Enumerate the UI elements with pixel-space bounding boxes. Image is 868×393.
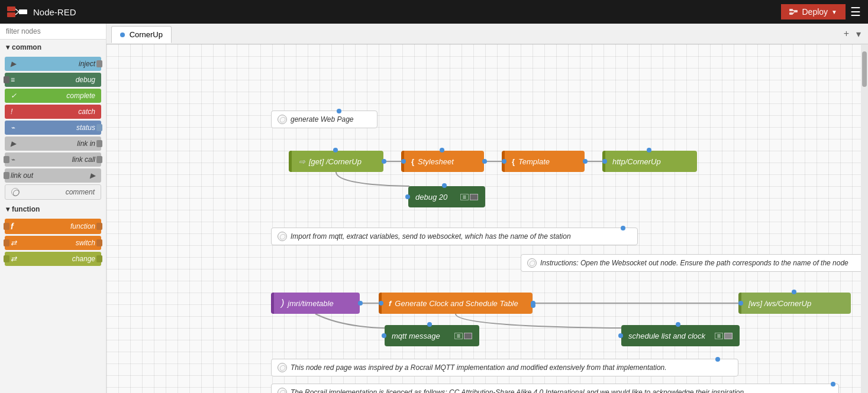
svg-line-9 [793, 12, 794, 14]
header-left: Node-RED [7, 5, 76, 18]
sidebar: ▾ common ▶ inject ≡ debug ✓ complete ! c… [0, 24, 107, 393]
svg-line-3 [15, 9, 19, 12]
canvas-scroll-thumb [862, 51, 867, 87]
comment-instructions[interactable]: ◯ Instructions: Open the Websocket out n… [521, 254, 868, 272]
tab-actions: + ▾ [841, 27, 863, 41]
sidebar-item-debug[interactable]: ≡ debug [5, 73, 101, 87]
node-jmri-timetable[interactable]: ) jmri/timetable [271, 293, 360, 314]
comment-text-4: This node red page was inspired by a Roc… [291, 363, 667, 372]
debug-icon: ≡ [11, 76, 15, 84]
tab-dot [120, 33, 125, 37]
tab-bar: CornerUp + ▾ [107, 24, 868, 44]
svg-rect-2 [19, 9, 27, 14]
svg-rect-0 [7, 7, 15, 11]
catch-icon: ! [11, 108, 12, 116]
node-debug20[interactable]: debug 20 ≡ [408, 186, 485, 207]
deploy-dropdown-arrow[interactable]: ▼ [831, 9, 837, 15]
complete-icon: ✓ [11, 92, 17, 100]
comment-import-mqtt[interactable]: ◯ Import from mqtt, extract variables, s… [271, 228, 638, 245]
category-common-arrow: ▾ [6, 43, 9, 51]
sidebar-item-catch[interactable]: ! catch [5, 105, 101, 119]
node-mqtt-message[interactable]: mqtt message ≡ [385, 325, 479, 346]
comment-text-1: generate Web Page [291, 115, 354, 124]
svg-rect-7 [794, 10, 798, 12]
sidebar-item-complete[interactable]: ✓ complete [5, 89, 101, 103]
tab-label: CornerUp [130, 30, 163, 39]
svg-line-8 [793, 10, 794, 11]
link-in-icon: ▶ [11, 139, 16, 148]
node-generate-clock[interactable]: f Generate Clock and Schedule Table [379, 293, 533, 314]
comment-label: comment [66, 188, 95, 196]
node-ws-label: [ws] /ws/CornerUp [748, 299, 811, 308]
node-stylesheet-label: Stylesheet [418, 157, 454, 166]
node-stylesheet[interactable]: { Stylesheet [401, 151, 484, 172]
catch-label: catch [78, 108, 95, 116]
main-layout: ▾ common ▶ inject ≡ debug ✓ complete ! c… [0, 24, 868, 393]
category-function[interactable]: ▾ function [0, 202, 106, 217]
node-schedule-label: schedule list and clock [628, 332, 705, 340]
node-template-label: Template [518, 157, 550, 166]
menu-button[interactable]: ☰ [850, 5, 861, 19]
jmri-icon: ) [281, 298, 284, 308]
comment-bubble-5: ◯ [277, 388, 287, 393]
comment-text-5: The Rocrail implementation is licenced a… [291, 388, 746, 393]
category-common-label: common [12, 43, 41, 51]
node-mqtt-label: mqtt message [392, 332, 440, 340]
tab-dropdown-button[interactable]: ▾ [854, 27, 863, 41]
comment-licenced[interactable]: ◯ The Rocrail implementation is licenced… [271, 384, 839, 393]
function-label: function [70, 222, 95, 230]
sidebar-item-change[interactable]: ⇄ change [5, 252, 101, 266]
node-http-cornerup[interactable]: http/CornerUp [602, 151, 697, 172]
node-schedule-list[interactable]: schedule list and clock ≡ [621, 325, 740, 346]
comment-text-2: Import from mqtt, extract variables, sen… [291, 232, 571, 241]
node-debug20-label: debug 20 [415, 193, 447, 202]
category-function-arrow: ▾ [6, 205, 9, 213]
sidebar-item-switch[interactable]: ⇄ switch [5, 236, 101, 250]
debug20-list-icon: ≡ [460, 194, 478, 200]
flow-canvas[interactable]: ◯ generate Web Page ◯ Import from mqtt, … [107, 44, 868, 393]
comment-inspired[interactable]: ◯ This node red page was inspired by a R… [271, 359, 738, 376]
sidebar-scroll: ▾ common ▶ inject ≡ debug ✓ complete ! c… [0, 40, 106, 391]
comment-generate-web-page[interactable]: ◯ generate Web Page [271, 111, 377, 128]
sidebar-item-comment[interactable]: ◯ comment [5, 184, 101, 200]
sidebar-item-inject[interactable]: ▶ inject [5, 57, 101, 71]
filter-nodes-input[interactable] [0, 24, 106, 40]
status-label: status [76, 124, 95, 132]
add-tab-button[interactable]: + [841, 27, 851, 41]
link-out-icon: ▶ [90, 171, 95, 180]
function-icon: f [11, 222, 14, 231]
comment-text-3: Instructions: Open the Websocket out nod… [540, 259, 848, 267]
status-icon: ⌁ [11, 124, 15, 132]
link-call-icon: ⌁ [11, 155, 15, 164]
link-in-label: link in [77, 139, 95, 148]
node-jmri-label: jmri/timetable [288, 299, 333, 308]
svg-rect-6 [789, 12, 793, 15]
link-out-label: link out [11, 171, 33, 180]
node-get-cornerup[interactable]: ⇨ [get] /CornerUp [289, 151, 383, 172]
canvas-scrollbar[interactable] [861, 44, 868, 393]
sidebar-item-function[interactable]: f function [5, 219, 101, 234]
node-http-cornerup-label: http/CornerUp [612, 157, 661, 166]
node-generate-label: Generate Clock and Schedule Table [395, 299, 518, 308]
sidebar-item-status[interactable]: ⌁ status [5, 121, 101, 135]
inject-label: inject [79, 60, 95, 68]
node-get-cornerup-label: [get] /CornerUp [309, 157, 362, 166]
category-common[interactable]: ▾ common [0, 40, 106, 55]
node-template[interactable]: { Template [502, 151, 585, 172]
sidebar-item-link-call[interactable]: ⌁ link call [5, 152, 101, 167]
header: Node-RED Deploy ▼ ☰ [0, 0, 868, 24]
comment-bubble-2: ◯ [277, 232, 287, 241]
canvas-area: CornerUp + ▾ [107, 24, 868, 393]
change-label: change [72, 255, 95, 263]
generate-icon: f [389, 299, 391, 308]
sidebar-item-link-out[interactable]: link out ▶ [5, 168, 101, 183]
inject-icon: ▶ [11, 60, 16, 68]
svg-line-4 [15, 12, 19, 15]
deploy-button[interactable]: Deploy ▼ [781, 4, 846, 20]
node-ws-cornerup[interactable]: [ws] /ws/CornerUp [738, 293, 851, 314]
debug-label: debug [76, 76, 95, 84]
switch-label: switch [76, 239, 95, 247]
sidebar-item-link-in[interactable]: ▶ link in [5, 137, 101, 151]
node-get-cornerup-icon: ⇨ [299, 157, 305, 166]
tab-cornerup[interactable]: CornerUp [111, 26, 172, 43]
